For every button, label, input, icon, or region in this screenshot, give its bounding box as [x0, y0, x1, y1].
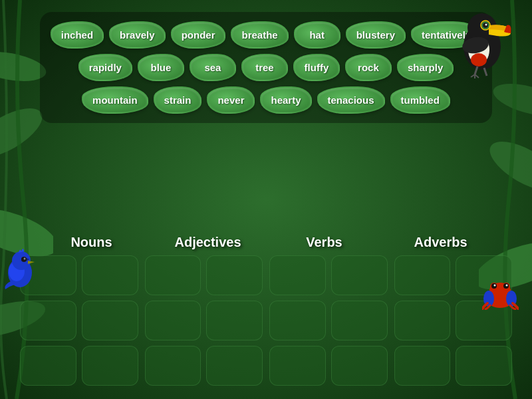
category-labels: Nouns Adjectives Verbs Adverbs	[20, 235, 512, 250]
drop-column-adjectives	[145, 255, 263, 386]
word-tile-strain[interactable]: strain	[154, 86, 202, 114]
word-tile-blue[interactable]: blue	[138, 54, 184, 81]
redfrog-decoration	[482, 280, 519, 313]
drop-column-verbs	[269, 255, 388, 386]
word-tile-bravely[interactable]: bravely	[109, 21, 166, 49]
drop-column-adverbs	[394, 255, 513, 386]
drop-row-nouns-2	[20, 346, 138, 386]
word-tile-inched[interactable]: inched	[51, 21, 104, 49]
word-tile-rapidly[interactable]: rapidly	[78, 54, 132, 81]
word-tile-hearty[interactable]: hearty	[260, 86, 311, 114]
word-tile-tenacious[interactable]: tenacious	[317, 86, 385, 114]
drop-slot-nouns-2-1[interactable]	[82, 346, 138, 386]
drop-slot-verbs-2-0[interactable]	[269, 346, 326, 386]
drop-row-verbs-1	[269, 301, 388, 340]
word-row-2: rapidlyblueseatreefluffyrocksharply	[48, 54, 484, 81]
drop-row-adverbs-2	[394, 346, 513, 386]
adverbs-label: Adverbs	[394, 235, 487, 250]
drop-slot-adverbs-1-0[interactable]	[394, 301, 451, 340]
drop-slot-nouns-0-1[interactable]	[82, 255, 138, 295]
drop-slot-nouns-1-1[interactable]	[82, 301, 138, 340]
verbs-label: Verbs	[278, 235, 371, 250]
drop-slot-verbs-1-0[interactable]	[269, 301, 326, 340]
nouns-label: Nouns	[45, 235, 138, 250]
drop-row-verbs-2	[269, 346, 388, 386]
word-tile-blustery[interactable]: blustery	[346, 21, 406, 49]
word-row-1: inchedbravelyponderbreathehatblusteryten…	[48, 21, 484, 49]
drop-slot-adjectives-1-0[interactable]	[145, 301, 201, 340]
drop-row-verbs-0	[269, 255, 388, 295]
drop-slot-verbs-2-1[interactable]	[331, 346, 388, 386]
word-tile-tumbled[interactable]: tumbled	[390, 86, 450, 114]
drop-zones	[20, 255, 512, 386]
drop-row-nouns-1	[20, 301, 138, 340]
drop-slot-nouns-2-0[interactable]	[20, 346, 76, 386]
drop-slot-adjectives-0-0[interactable]	[145, 255, 201, 295]
drop-row-adjectives-1	[145, 301, 263, 340]
drop-slot-adverbs-2-1[interactable]	[456, 346, 512, 386]
word-tile-fluffy[interactable]: fluffy	[293, 54, 340, 81]
drop-slot-adjectives-1-1[interactable]	[206, 301, 263, 340]
drop-row-adjectives-2	[145, 346, 263, 386]
bluebird-decoration	[0, 246, 40, 293]
drop-slot-verbs-1-1[interactable]	[331, 301, 388, 340]
word-tile-hat[interactable]: hat	[294, 21, 340, 49]
drop-slot-adjectives-2-1[interactable]	[206, 346, 263, 386]
toucan-decoration	[446, 0, 512, 66]
svg-point-33	[506, 285, 508, 287]
drop-slot-nouns-1-0[interactable]	[20, 301, 76, 340]
word-tile-breathe[interactable]: breathe	[231, 21, 288, 49]
word-tile-mountain[interactable]: mountain	[82, 86, 148, 114]
word-bank: inchedbravelyponderbreathehatblusteryten…	[40, 12, 492, 123]
drop-slot-adjectives-0-1[interactable]	[206, 255, 263, 295]
drop-slot-adverbs-2-0[interactable]	[394, 346, 451, 386]
drop-slot-verbs-0-0[interactable]	[269, 255, 326, 295]
categories-section: Nouns Adjectives Verbs Adverbs	[20, 235, 512, 386]
word-tile-sea[interactable]: sea	[190, 54, 236, 81]
adjectives-label: Adjectives	[162, 235, 255, 250]
drop-row-adjectives-0	[145, 255, 263, 295]
svg-point-13	[485, 24, 487, 26]
drop-slot-adjectives-2-0[interactable]	[145, 346, 201, 386]
svg-point-32	[494, 285, 496, 287]
drop-slot-adverbs-0-0[interactable]	[394, 255, 451, 295]
svg-point-9	[471, 53, 487, 66]
word-tile-never[interactable]: never	[207, 86, 255, 114]
word-tile-ponder[interactable]: ponder	[171, 21, 226, 49]
word-tile-tree[interactable]: tree	[241, 54, 288, 81]
word-tile-rock[interactable]: rock	[345, 54, 392, 81]
word-row-3: mountainstrainneverheartytenacioustumble…	[48, 86, 484, 114]
drop-slot-verbs-0-1[interactable]	[331, 255, 388, 295]
